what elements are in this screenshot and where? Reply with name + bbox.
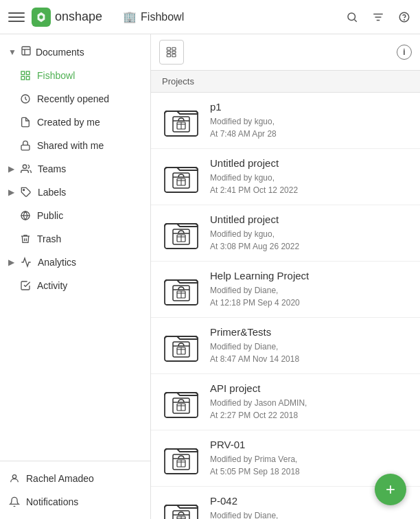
- svg-rect-8: [22, 47, 30, 55]
- fishbowl-label: Fishbowl: [37, 70, 75, 81]
- project-info: API project Modified by Jason ADMIN,At 2…: [210, 382, 409, 422]
- logo-icon: [32, 8, 51, 27]
- svg-point-0: [39, 15, 43, 19]
- project-item[interactable]: Primer&Tests Modified by Diane,At 8:47 A…: [151, 318, 420, 374]
- analytics-chevron: ▶: [8, 257, 14, 267]
- project-name-label: Fishbowl: [141, 11, 184, 23]
- svg-point-1: [348, 13, 355, 21]
- project-item[interactable]: Untitled project Modified by kguo,At 3:0…: [151, 205, 420, 262]
- sidebar-item-fishbowl[interactable]: Fishbowl: [0, 64, 150, 87]
- topbar: onshape 🏢 Fishbowl: [0, 0, 420, 34]
- search-icon[interactable]: [345, 10, 360, 25]
- project-building-icon: 🏢: [123, 10, 137, 23]
- project-name: Untitled project: [210, 214, 409, 225]
- public-label: Public: [37, 210, 63, 221]
- project-item[interactable]: API project Modified by Jason ADMIN,At 2…: [151, 374, 420, 430]
- project-item[interactable]: p1 Modified by kguo,At 7:48 AM Apr 28: [151, 93, 420, 149]
- svg-point-21: [12, 475, 16, 478]
- project-info: Primer&Tests Modified by Diane,At 8:47 A…: [210, 326, 409, 365]
- fishbowl-icon: [19, 69, 32, 82]
- sidebar-item-analytics[interactable]: ▶ Analytics: [0, 251, 150, 274]
- sidebar-item-public[interactable]: Public: [0, 204, 150, 227]
- fab-button[interactable]: +: [375, 474, 406, 505]
- project-info: Untitled project Modified by kguo,At 3:0…: [210, 214, 409, 253]
- project-folder-icon: [162, 496, 200, 520]
- svg-point-7: [404, 19, 405, 20]
- analytics-label: Analytics: [38, 257, 76, 268]
- project-info: Untitled project Modified by kguo,At 2:4…: [210, 157, 409, 196]
- sidebar-item-labels[interactable]: ▶ Labels: [0, 181, 150, 204]
- project-meta: Modified by Prima Vera,At 5:05 PM Sep 18…: [210, 453, 409, 478]
- project-meta: Modified by Diane,At 8:47 AM Nov 14 2018: [210, 341, 409, 365]
- projects-section-label: Projects: [151, 71, 420, 93]
- project-info: Help Learning Project Modified by Diane,…: [210, 270, 409, 309]
- sidebar-item-user[interactable]: Rachel Amadeo: [0, 467, 150, 490]
- project-meta: Modified by kguo,At 2:41 PM Oct 12 2022: [210, 172, 409, 196]
- created-by-me-label: Created by me: [37, 117, 100, 128]
- main-layout: ▼ Documents Fishbowl: [0, 34, 420, 519]
- logo: onshape: [32, 8, 102, 27]
- project-name: Help Learning Project: [210, 270, 409, 281]
- project-folder-icon: [162, 102, 200, 140]
- content-toolbar: i: [151, 34, 420, 71]
- project-item[interactable]: Help Learning Project Modified by Diane,…: [151, 262, 420, 318]
- project-folder-icon: [162, 214, 200, 253]
- sidebar-item-trash[interactable]: Trash: [0, 227, 150, 251]
- analytics-icon: [20, 256, 32, 268]
- topbar-actions: [345, 10, 412, 25]
- project-folder-icon: [162, 327, 200, 365]
- teams-chevron: ▶: [8, 164, 14, 174]
- svg-rect-16: [21, 145, 30, 150]
- project-info: p1 Modified by kguo,At 7:48 AM Apr 28: [210, 101, 409, 140]
- project-folder-icon: [162, 439, 200, 478]
- sidebar-item-activity[interactable]: Activity: [0, 274, 150, 297]
- sidebar-item-recently-opened[interactable]: Recently opened: [0, 87, 150, 111]
- menu-icon[interactable]: [8, 9, 25, 25]
- shared-icon: [19, 139, 32, 152]
- sidebar: ▼ Documents Fishbowl: [0, 34, 151, 519]
- clock-icon: [19, 93, 32, 105]
- project-name: Untitled project: [210, 157, 409, 169]
- svg-rect-27: [172, 54, 176, 57]
- svg-rect-22: [167, 47, 170, 50]
- project-title: 🏢 Fishbowl: [123, 10, 184, 23]
- activity-icon: [19, 279, 32, 292]
- label-icon: [20, 186, 32, 198]
- file-icon: [19, 116, 32, 128]
- teams-icon: [20, 163, 32, 175]
- view-toggle-list[interactable]: [159, 40, 184, 65]
- notifications-label: Notifications: [26, 496, 78, 507]
- sidebar-item-created-by-me[interactable]: Created by me: [0, 111, 150, 134]
- info-button[interactable]: i: [397, 45, 412, 60]
- svg-rect-13: [21, 76, 25, 80]
- project-name: Primer&Tests: [210, 326, 409, 338]
- project-folder-icon: [162, 270, 200, 309]
- project-meta: Modified by kguo,At 3:08 PM Aug 26 2022: [210, 228, 409, 253]
- svg-point-17: [23, 165, 26, 168]
- labels-chevron: ▶: [8, 187, 14, 197]
- content-area: i Projects: [151, 34, 420, 519]
- user-label: Rachel Amadeo: [26, 473, 94, 484]
- project-meta: Modified by Diane,At 10:25 AM Sep 13 201…: [210, 509, 409, 519]
- svg-rect-24: [172, 47, 176, 50]
- labels-label: Labels: [38, 187, 66, 198]
- documents-section[interactable]: ▼ Documents: [0, 40, 150, 64]
- documents-icon: [21, 45, 32, 58]
- sidebar-item-shared-with-me[interactable]: Shared with me: [0, 134, 150, 157]
- bell-icon: [8, 496, 21, 508]
- documents-chevron: ▼: [8, 47, 16, 57]
- help-icon[interactable]: [397, 10, 412, 25]
- project-meta: Modified by Jason ADMIN,At 2:27 PM Oct 2…: [210, 397, 409, 422]
- project-item[interactable]: Untitled project Modified by kguo,At 2:4…: [151, 149, 420, 205]
- globe-icon: [19, 209, 32, 222]
- sidebar-item-notifications[interactable]: Notifications: [0, 490, 150, 514]
- svg-rect-23: [167, 51, 170, 54]
- svg-rect-26: [167, 54, 170, 57]
- project-folder-icon: [162, 158, 200, 196]
- sidebar-item-teams[interactable]: ▶ Teams: [0, 157, 150, 181]
- projects-list: p1 Modified by kguo,At 7:48 AM Apr 28: [151, 93, 420, 519]
- project-meta: Modified by Diane,At 12:18 PM Sep 4 2020: [210, 284, 409, 309]
- filter-icon[interactable]: [371, 10, 386, 25]
- user-icon: [8, 472, 21, 485]
- logo-text: onshape: [55, 10, 102, 24]
